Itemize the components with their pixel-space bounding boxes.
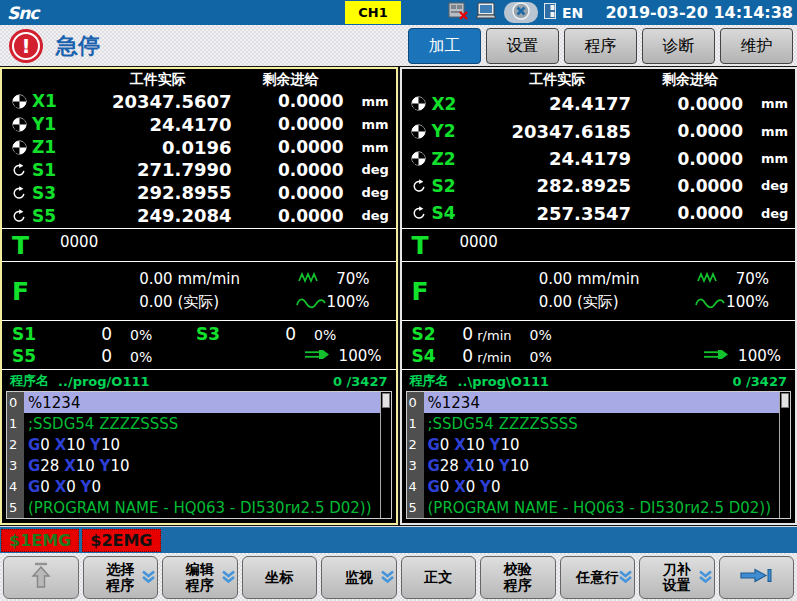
program-scrollbar[interactable] <box>380 392 391 518</box>
line-code: (PROGRAM NAME - HQ063 - DI530rи2.5 D02)) <box>424 497 780 518</box>
tab-program[interactable]: 程序 <box>564 28 637 64</box>
coordinates-button[interactable]: 坐标 <box>242 556 318 599</box>
tab-diagnosis[interactable]: 诊断 <box>642 28 715 64</box>
x-circle-icon <box>512 2 530 24</box>
program-line-0[interactable]: 0%1234 <box>7 392 380 413</box>
chevron-down-icon <box>221 570 236 585</box>
scrollbar-thumb[interactable] <box>781 393 789 408</box>
tab-maintenance[interactable]: 维护 <box>720 28 793 64</box>
spindle-section: S100%S300%S500%100% <box>2 320 396 369</box>
program-listing[interactable]: 0%12341;SSDG54 ZZZZSSSS2G0 X10 Y103G28 X… <box>406 391 792 519</box>
axis-row-y2: Y220347.61850.0000mm <box>406 117 792 144</box>
spindle-row: S100%S300% <box>2 324 396 344</box>
line-code: G28 X10 Y10 <box>424 455 780 476</box>
line-code: ;SSDG54 ZZZZSSSS <box>24 413 380 434</box>
rapid-override-pct: 70% <box>327 268 370 291</box>
x-status-segment <box>504 2 538 23</box>
verify-program-button[interactable]: 校验程序 <box>480 556 556 599</box>
axis-row-x2: X224.41770.0000mm <box>406 90 792 117</box>
monitor-button[interactable]: 监视 <box>321 556 397 599</box>
program-line-4[interactable]: 4G0 X0 Y0 <box>7 476 380 497</box>
axis-actual-value: 20347.6185 <box>484 121 632 142</box>
channel-1-panel: 工件实际 剩余进给 X120347.56070.0000mmY124.41700… <box>0 67 398 525</box>
axis-remaining-value: 0.0000 <box>631 121 749 141</box>
line-code: (PROGRAM NAME - HQ063 - DI530rи2.5 D02)) <box>24 497 380 518</box>
spindle-speed: 0 <box>46 324 112 344</box>
tool-comp-settings-button[interactable]: 刀补设置 <box>639 556 715 599</box>
select-program-button[interactable]: 选择程序 <box>83 556 159 599</box>
spindle-row: S40 r/min0%100% <box>402 346 796 366</box>
program-line-5[interactable]: 5(PROGRAM NAME - HQ063 - DI530rи2.5 D02)… <box>407 497 780 518</box>
spindle-speed: 0 <box>230 324 296 344</box>
text-button[interactable]: 正文 <box>401 556 477 599</box>
line-number: 5 <box>7 497 24 518</box>
axis-row-s5: S5249.20840.0000deg <box>6 204 392 227</box>
channel-2-panel: 工件实际 剩余进给 X224.41770.0000mmY220347.61850… <box>400 67 797 525</box>
program-line-4[interactable]: 4G0 X0 Y0 <box>407 476 780 497</box>
channel-indicator[interactable]: CH1 <box>345 1 401 24</box>
axis-remaining-value: 0.0000 <box>232 160 350 180</box>
softkey-label: 刀补设置 <box>663 561 691 593</box>
axis-actual-value: 271.7990 <box>84 159 232 180</box>
alarm-status-label: 急停 <box>56 31 100 61</box>
tab-machining[interactable]: 加工 <box>408 28 481 64</box>
spindle-section: S20 r/min0%S40 r/min0%100% <box>402 320 796 369</box>
manual-icon <box>544 3 556 23</box>
col-actual-position: 工件实际 <box>484 71 632 89</box>
program-name-label: 程序名 <box>10 372 49 390</box>
softkey-label: 选择程序 <box>106 561 134 593</box>
feed-override-pct: 100% <box>726 291 769 314</box>
feed-override-icon <box>695 295 725 314</box>
program-scrollbar[interactable] <box>779 392 790 518</box>
program-listing[interactable]: 0%12341;SSDG54 ZZZZSSSS2G0 X10 Y103G28 X… <box>6 391 392 519</box>
spindle-override: 100% <box>304 346 396 365</box>
brand-logo: Snc <box>0 3 38 23</box>
softkey-toolbar: 选择程序编辑程序坐标监视正文校验程序任意行刀补设置 <box>0 553 797 601</box>
scrollbar-thumb[interactable] <box>382 393 390 408</box>
program-line-2[interactable]: 2G0 X10 Y10 <box>7 434 380 455</box>
main-area: 工件实际 剩余进给 X120347.56070.0000mmY124.41700… <box>0 66 797 526</box>
spindle-name: S3 <box>186 324 230 344</box>
line-number: 0 <box>7 392 24 413</box>
line-number: 3 <box>407 455 424 476</box>
softkey-label: 正文 <box>424 569 452 585</box>
statusbar: ! 急停 加工设置程序诊断维护 <box>0 25 797 66</box>
feed-rate-actual: 0.00 (实际) <box>139 291 269 314</box>
axis-row-x1: X120347.56070.0000mm <box>6 90 392 113</box>
axis-actual-value: 292.8955 <box>84 182 232 203</box>
spindle-override-pct: 100% <box>339 347 382 365</box>
axis-name: S1 <box>32 160 84 180</box>
tab-settings[interactable]: 设置 <box>486 28 559 64</box>
language-indicator[interactable]: EN <box>562 5 583 21</box>
any-line-button[interactable]: 任意行 <box>560 556 636 599</box>
origin-icon <box>6 117 32 132</box>
program-line-1[interactable]: 1;SSDG54 ZZZZSSSS <box>407 413 780 434</box>
edit-program-button[interactable]: 编辑程序 <box>162 556 238 599</box>
program-section: 程序名 ..\prog\O111 0 /3427 0%12341;SSDG54 … <box>402 369 796 523</box>
softkey-label: 编辑程序 <box>186 561 214 593</box>
program-line-1[interactable]: 1;SSDG54 ZZZZSSSS <box>7 413 380 434</box>
page-up-button[interactable] <box>3 556 79 599</box>
axis-actual-value: 249.2084 <box>84 205 232 226</box>
tool-number: 0000 <box>60 233 98 251</box>
program-line-3[interactable]: 3G28 X10 Y10 <box>7 455 380 476</box>
spindle-override-icon <box>703 346 730 365</box>
line-code: G0 X10 Y10 <box>24 434 380 455</box>
axis-name: X1 <box>32 91 84 111</box>
line-number: 2 <box>7 434 24 455</box>
axis-unit: deg <box>350 185 392 200</box>
next-page-button[interactable] <box>719 556 795 599</box>
program-line-3[interactable]: 3G28 X10 Y10 <box>407 455 780 476</box>
axis-actual-value: 24.4170 <box>84 114 232 135</box>
softkey-label: 监视 <box>345 569 373 585</box>
program-line-5[interactable]: 5(PROGRAM NAME - HQ063 - DI530rи2.5 D02)… <box>7 497 380 518</box>
emergency-stop-icon: ! <box>9 29 43 63</box>
axis-remaining-value: 0.0000 <box>631 94 749 114</box>
chevron-down-icon <box>380 570 395 585</box>
softkey-label: 任意行 <box>576 569 618 585</box>
program-line-0[interactable]: 0%1234 <box>407 392 780 413</box>
program-header: 程序名 ..\prog\O111 0 /3427 <box>402 370 796 390</box>
program-line-2[interactable]: 2G0 X10 Y10 <box>407 434 780 455</box>
spindle-load-pct: 0% <box>130 349 186 365</box>
axis-remaining-value: 0.0000 <box>232 114 350 134</box>
